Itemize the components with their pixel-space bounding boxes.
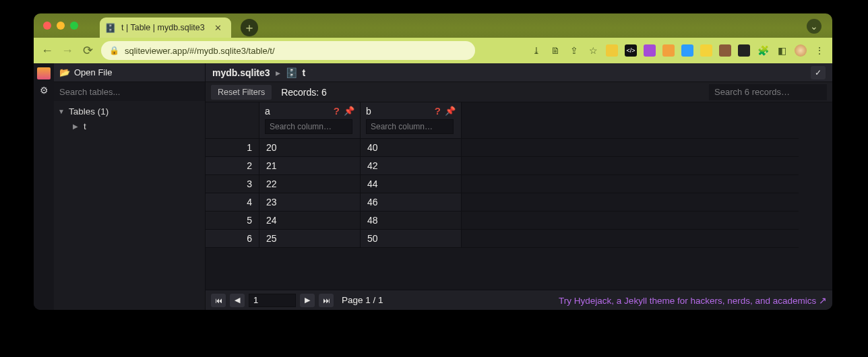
page-icon[interactable]: 🗎 <box>549 44 561 57</box>
cell-b[interactable]: 40 <box>361 139 462 157</box>
window-minimize-icon[interactable] <box>57 22 65 30</box>
tab-title: t | Table | mydb.sqlite3 <box>121 23 205 32</box>
table-icon: 🗄️ <box>286 67 297 78</box>
records-count: Records: 6 <box>281 87 327 98</box>
chevron-right-icon: ▸ <box>276 67 280 78</box>
app-left-gutter: ⚙ <box>34 63 54 310</box>
data-grid[interactable]: a ? 📌 b ? <box>206 102 832 290</box>
cell-b[interactable]: 48 <box>361 212 462 230</box>
prev-page-button[interactable]: ◀ <box>230 294 245 307</box>
open-file-label: Open File <box>74 67 112 77</box>
promo-link[interactable]: Try Hydejack, a Jekyll theme for hackers… <box>559 295 827 306</box>
extensions-puzzle-icon[interactable]: 🧩 <box>757 44 769 57</box>
sqlite-viewer-app: ⚙ 📂 Open File ▼ Tables (1) ▶ t <box>34 63 832 310</box>
window-traffic-lights <box>43 22 78 30</box>
tab-favicon-icon: 🗄️ <box>105 23 116 33</box>
table-row[interactable]: 52448 <box>206 212 799 230</box>
column-type-unknown-icon[interactable]: ? <box>435 105 441 117</box>
table-row[interactable]: 42346 <box>206 193 799 212</box>
cell-a[interactable]: 24 <box>259 212 361 230</box>
bookmark-star-icon[interactable]: ☆ <box>587 44 599 57</box>
cell-a[interactable]: 21 <box>259 157 361 175</box>
cell-a[interactable]: 25 <box>259 230 361 248</box>
settings-gear-icon[interactable]: ⚙ <box>37 85 51 97</box>
row-number-cell: 5 <box>206 212 259 230</box>
tables-tree-header[interactable]: ▼ Tables (1) <box>54 104 205 119</box>
main-panel: mydb.sqlite3 ▸ 🗄️ t ✓ Reset Filters Reco… <box>206 63 832 310</box>
extension-icon[interactable] <box>662 44 675 57</box>
extension-icon[interactable] <box>644 44 656 57</box>
pin-column-icon[interactable]: 📌 <box>445 106 456 116</box>
column-header-b[interactable]: b ? 📌 <box>361 102 462 139</box>
sidebar: 📂 Open File ▼ Tables (1) ▶ t <box>54 63 206 310</box>
cell-a[interactable]: 20 <box>259 139 361 157</box>
commit-check-button[interactable]: ✓ <box>811 66 826 79</box>
column-filter-input-a[interactable] <box>265 119 352 134</box>
browser-menu-icon[interactable]: ⋮ <box>813 44 826 57</box>
first-page-button[interactable]: ⏮ <box>211 294 226 307</box>
chevron-right-icon: ▶ <box>73 123 80 130</box>
cell-b[interactable]: 42 <box>361 157 462 175</box>
extension-icon[interactable] <box>719 44 731 57</box>
last-page-button[interactable]: ⏭ <box>319 294 334 307</box>
page-number-input[interactable] <box>249 294 296 307</box>
browser-tabstrip: 🗄️ t | Table | mydb.sqlite3 ✕ ＋ ⌄ <box>34 13 832 38</box>
row-number-cell: 2 <box>206 157 259 175</box>
extension-icon[interactable]: </> <box>625 44 637 57</box>
extension-icon[interactable] <box>738 44 750 57</box>
chevron-down-icon: ▼ <box>58 108 65 115</box>
table-row[interactable]: 22142 <box>206 157 799 175</box>
records-search-input[interactable] <box>709 84 827 100</box>
folder-open-icon: 📂 <box>59 67 70 77</box>
tab-close-icon[interactable]: ✕ <box>214 23 222 33</box>
cell-a[interactable]: 22 <box>259 175 361 193</box>
tabs-overflow-button[interactable]: ⌄ <box>807 19 822 34</box>
open-file-button[interactable]: 📂 Open File <box>54 63 205 82</box>
pin-column-icon[interactable]: 📌 <box>344 106 354 116</box>
table-row[interactable]: 12040 <box>206 139 799 157</box>
page-label: Page 1 / 1 <box>342 295 383 305</box>
column-name: b <box>366 106 371 117</box>
column-name: a <box>265 106 270 117</box>
tables-tree-item-label: t <box>84 121 86 131</box>
tables-tree-item[interactable]: ▶ t <box>54 119 205 133</box>
extension-icon[interactable] <box>681 44 693 57</box>
next-page-button[interactable]: ▶ <box>300 294 315 307</box>
side-panel-icon[interactable]: ◧ <box>776 44 788 57</box>
address-bar[interactable]: 🔒 sqliteviewer.app/#/mydb.sqlite3/table/… <box>101 41 475 60</box>
tables-tree: ▼ Tables (1) ▶ t <box>54 101 205 133</box>
column-filter-input-b[interactable] <box>366 119 454 134</box>
reset-filters-button[interactable]: Reset Filters <box>211 85 272 100</box>
column-type-unknown-icon[interactable]: ? <box>334 105 340 117</box>
table-row[interactable]: 62550 <box>206 230 799 248</box>
cell-b[interactable]: 50 <box>361 230 462 248</box>
window-zoom-icon[interactable] <box>70 22 78 30</box>
cell-b[interactable]: 46 <box>361 193 462 212</box>
table-row[interactable]: 32244 <box>206 175 799 193</box>
tables-search-input[interactable] <box>54 82 205 101</box>
extension-icon[interactable] <box>700 44 712 57</box>
nav-forward-button[interactable]: → <box>61 44 74 58</box>
share-icon[interactable]: ⇪ <box>568 44 580 57</box>
cell-b[interactable]: 44 <box>361 175 462 193</box>
browser-tab[interactable]: 🗄️ t | Table | mydb.sqlite3 ✕ <box>100 18 231 38</box>
column-header-a[interactable]: a ? 📌 <box>259 102 361 139</box>
nav-back-button[interactable]: ← <box>40 44 54 58</box>
breadcrumb-db[interactable]: mydb.sqlite3 <box>212 67 270 78</box>
nav-reload-button[interactable]: ⟳ <box>81 43 94 58</box>
row-number-cell: 3 <box>206 175 259 193</box>
breadcrumb-table: t <box>303 67 306 78</box>
extension-icon[interactable] <box>606 44 618 57</box>
app-logo-icon[interactable] <box>37 67 51 79</box>
toolbar: Reset Filters Records: 6 <box>206 82 832 102</box>
row-number-cell: 6 <box>206 230 259 248</box>
cell-a[interactable]: 23 <box>259 193 361 212</box>
row-number-cell: 4 <box>206 193 259 212</box>
new-tab-button[interactable]: ＋ <box>241 19 258 36</box>
profile-avatar-icon[interactable] <box>795 44 807 57</box>
row-number-cell: 1 <box>206 139 259 157</box>
browser-window: 🗄️ t | Table | mydb.sqlite3 ✕ ＋ ⌄ ← → ⟳ … <box>34 13 832 310</box>
install-app-icon[interactable]: ⤓ <box>530 44 542 57</box>
row-number-header <box>206 102 259 139</box>
window-close-icon[interactable] <box>43 22 51 30</box>
